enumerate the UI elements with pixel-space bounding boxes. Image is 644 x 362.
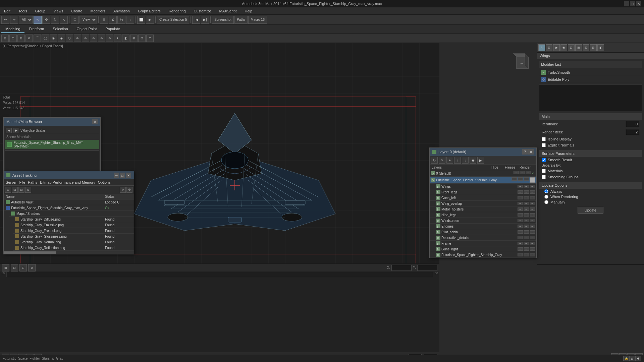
menu-views[interactable]: Views (52, 8, 64, 14)
paths-btn[interactable]: Paths (234, 16, 248, 24)
menu-group[interactable]: Group (34, 8, 47, 14)
menu-graph-editors[interactable]: Graph Editors (137, 8, 162, 14)
at-row-vault[interactable]: Autodesk Vault Logged C (4, 199, 134, 205)
layer-help[interactable]: ? (522, 149, 528, 155)
layer-starship-box[interactable] (530, 177, 535, 183)
tool-10[interactable]: ⊛ (74, 35, 81, 42)
at-menu-paths[interactable]: Paths (28, 180, 37, 184)
tool-4[interactable]: ⊕ (25, 35, 33, 42)
explicit-normals-checkbox[interactable] (542, 143, 546, 147)
layer-move-up[interactable]: ↑ (454, 157, 461, 164)
menu-help[interactable]: Help (244, 8, 254, 14)
menu-maxscript[interactable]: MAXScript (218, 8, 238, 14)
layer-wings-freeze[interactable]: ─ (524, 185, 529, 188)
update-options-section[interactable]: Update Options (539, 182, 642, 189)
scale-tool[interactable]: ⤡ (60, 16, 68, 24)
tool-11[interactable]: ⊘ (82, 35, 89, 42)
at-icon-2[interactable]: ⊡ (12, 187, 18, 193)
spinner-snap[interactable]: ↕ (126, 16, 134, 24)
layer-refresh[interactable]: ↻ (431, 157, 438, 164)
at-row-glossiness[interactable]: Starship_Gray_Glossiness.png Found (13, 234, 134, 239)
filter-dropdown[interactable]: All (19, 16, 33, 23)
layer-default-hide[interactable]: ─ (514, 171, 519, 174)
surface-params-section[interactable]: Surface Parameters (539, 150, 642, 157)
rpanel-motion[interactable]: ▶ (553, 44, 560, 51)
asset-scrollbar[interactable] (4, 251, 134, 254)
rpanel-hierarchy[interactable]: ⊞ (546, 44, 552, 51)
asset-scrollbar-thumb[interactable] (4, 251, 56, 254)
layer-delete[interactable]: ✕ (439, 157, 445, 164)
tab-selection[interactable]: Selection (49, 25, 72, 33)
rpanel-extra[interactable]: ⊞ (575, 44, 582, 51)
modifier-editable-poly[interactable]: ⬡ Editable Poly (539, 76, 642, 83)
tool-13[interactable]: ⊜ (98, 35, 105, 42)
layer-front-legs-render[interactable]: ─ (530, 190, 535, 194)
layer-row-guns-right[interactable]: ▷ Guns_right ─ ─ ─ (430, 246, 536, 252)
smoothing-groups-checkbox[interactable] (542, 175, 546, 179)
at-icon-1[interactable]: ⊞ (5, 187, 11, 193)
snap-toggle[interactable]: ⊞ (100, 16, 108, 24)
layer-default-render[interactable]: ─ (526, 171, 531, 174)
tool-3[interactable]: ⊟ (17, 35, 25, 42)
menu-tools[interactable]: Tools (17, 8, 29, 14)
close-button[interactable]: ✕ (636, 1, 641, 6)
layer-wings-render[interactable]: ─ (530, 185, 535, 188)
smooth-result-checkbox[interactable] (542, 158, 546, 162)
move-tool[interactable]: ✛ (42, 16, 50, 24)
menu-customize[interactable]: Customize (193, 8, 213, 14)
tool-14[interactable]: ⊚ (106, 35, 113, 42)
layer-front-legs-freeze[interactable]: ─ (524, 190, 529, 194)
layer-close[interactable]: ✕ (528, 149, 534, 155)
at-row-diffuse[interactable]: Starship_Gray_Diffuse.png Found (13, 217, 134, 222)
layer-row-default[interactable]: ▷ 0 (default) ─ ─ ─ ✓ (430, 170, 536, 177)
render-iters-input[interactable] (626, 129, 639, 135)
status-lock[interactable]: 🔒 (623, 356, 629, 361)
layer-row-frame[interactable]: ▷ Frame ─ ─ ─ (430, 241, 536, 246)
macro-btn[interactable]: Macro 16 (248, 16, 267, 24)
tool-6[interactable]: ◯ (42, 35, 49, 42)
layer-wings-hide[interactable]: ─ (518, 185, 523, 188)
maximize-button[interactable]: □ (630, 1, 635, 6)
tool-12[interactable]: ⊙ (90, 35, 97, 42)
layer-row-motor[interactable]: ▷ Motor_holsters ─ ─ ─ (430, 206, 536, 212)
screenshot-btn[interactable]: Screenshot (212, 16, 234, 24)
rpanel-modify[interactable]: ✎ (538, 44, 545, 51)
at-menu-options[interactable]: Options (98, 180, 111, 184)
status-snap[interactable]: ✚ (635, 356, 641, 361)
redo-button[interactable]: ↪ (10, 16, 18, 24)
modifier-turbosmoooth[interactable]: ≋ TurboSmooth (539, 69, 642, 76)
render-setup[interactable]: ⬜ (137, 16, 145, 24)
when-rendering-radio[interactable] (544, 195, 548, 199)
layer-default-freeze[interactable]: ─ (520, 171, 525, 174)
ref-coord-btn[interactable]: ☐ (71, 16, 79, 24)
rpanel-extra4[interactable]: ◧ (597, 44, 604, 51)
angle-snap[interactable]: ∠ (109, 16, 117, 24)
layer-select[interactable]: ◉ (470, 157, 476, 164)
tab-populate[interactable]: Populate (101, 25, 124, 33)
layer-add[interactable]: + (446, 157, 453, 164)
tool-1[interactable]: ⊞ (1, 35, 9, 42)
at-settings[interactable]: ⚙ (126, 187, 132, 193)
frame-bar[interactable] (6, 272, 433, 277)
layer-row-windscreen[interactable]: ▷ Windscreen ─ ─ ─ (430, 218, 536, 224)
layer-move-down[interactable]: ↓ (462, 157, 469, 164)
layer-row-hind-legs[interactable]: ▷ Hind_legs ─ ─ ─ (430, 212, 536, 218)
vp-btn-4[interactable]: ⊕ (28, 264, 36, 272)
at-menu-server[interactable]: Server (6, 180, 16, 184)
material-browser-close[interactable]: ✕ (92, 119, 98, 124)
rpanel-extra3[interactable]: ⊟ (590, 44, 597, 51)
layer-row-wings[interactable]: ▷ Wings ─ ─ ─ (430, 184, 536, 189)
tool-18[interactable]: ⊡ (138, 35, 146, 42)
layer-row-futuristic-2[interactable]: ▷ Futuristic_Space_Fighter_Starship_Gray… (430, 252, 536, 258)
navigation-cube[interactable]: Top (510, 50, 533, 74)
percent-snap[interactable]: % (117, 16, 125, 24)
next-frame[interactable]: ▶| (201, 16, 209, 24)
minimize-button[interactable]: ─ (624, 1, 629, 6)
at-row-emissive[interactable]: Starship_Gray_Emissive.png Found (13, 222, 134, 228)
layer-row-front-legs[interactable]: ▷ Front_legs ─ ─ ─ (430, 189, 536, 195)
at-refresh[interactable]: ↻ (120, 187, 126, 193)
layer-starship-freeze[interactable]: ─ (518, 177, 523, 181)
menu-edit[interactable]: Edit (3, 8, 12, 14)
layer-starship-render[interactable]: ─ (524, 177, 529, 181)
layer-row-decorative[interactable]: ▷ Decorative_details ─ ─ ─ (430, 235, 536, 241)
